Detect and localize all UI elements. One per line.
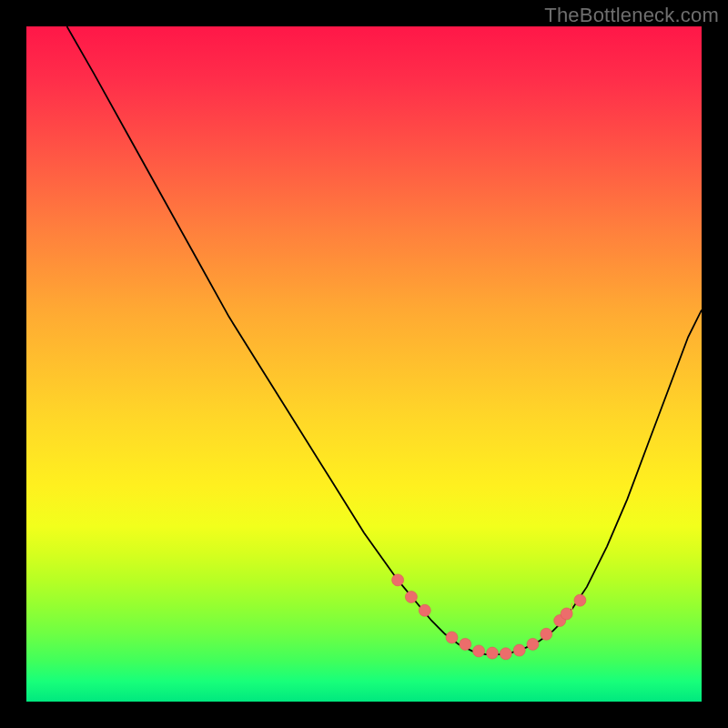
chart-marker-dot — [513, 644, 525, 656]
chart-markers — [392, 574, 586, 660]
chart-marker-dot — [541, 628, 552, 640]
chart-marker-dot — [446, 632, 458, 643]
chart-outer-frame: TheBottleneck.com — [0, 0, 728, 728]
chart-marker-dot — [487, 647, 499, 659]
chart-curve — [67, 26, 703, 654]
chart-marker-dot — [419, 604, 430, 616]
chart-overlay-svg — [26, 26, 702, 702]
chart-marker-dot — [473, 645, 485, 657]
chart-marker-dot — [500, 648, 511, 660]
chart-marker-dot — [527, 638, 539, 650]
chart-marker-dot — [460, 638, 471, 650]
chart-marker-dot — [574, 594, 586, 606]
chart-marker-dot — [392, 574, 404, 586]
chart-marker-dot — [405, 592, 417, 603]
watermark-text: TheBottleneck.com — [544, 4, 719, 27]
chart-marker-dot — [561, 608, 572, 620]
